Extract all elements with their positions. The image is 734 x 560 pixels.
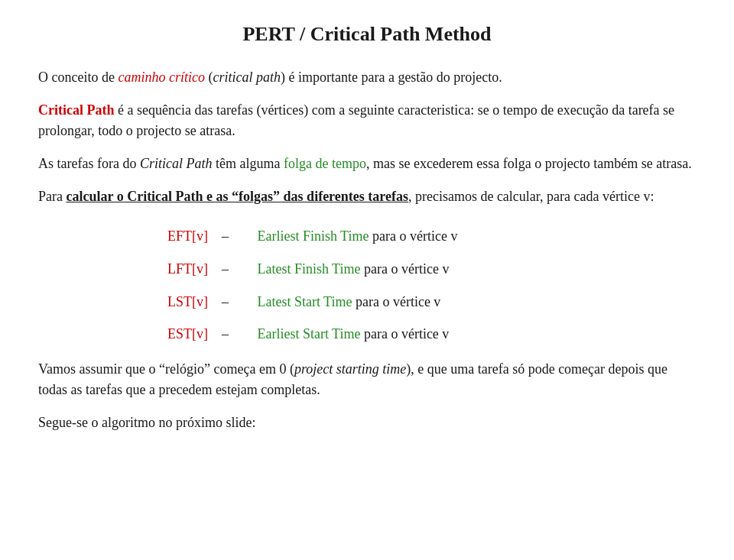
paragraph-2: Critical Path é a sequência das tarefas …	[38, 100, 696, 141]
term-plain-text: para o vértice v	[360, 326, 449, 342]
term-row: EST[v]–Earliest Start Time para o vértic…	[106, 319, 628, 350]
term-description: Earliest Finish Time para o vértice v	[251, 221, 628, 252]
paragraph-6: Segue-se o algoritmo no próximo slide:	[38, 413, 696, 433]
page-title: PERT / Critical Path Method	[38, 23, 696, 46]
term-colored-text: Earliest Start Time	[257, 326, 360, 342]
term-plain-text: para o vértice v	[369, 228, 457, 244]
p3-end: , mas se excederem essa folga o projecto…	[366, 156, 692, 171]
terms-table: EFT[v]–Earliest Finish Time para o vérti…	[104, 219, 630, 351]
p2-rest: é a sequência das tarefas (vértices) com…	[38, 102, 674, 138]
p3-start: As tarefas fora do	[38, 156, 140, 171]
paragraph-3: As tarefas fora do Critical Path têm alg…	[38, 154, 696, 174]
paragraph-1: O conceito de caminho crítico (critical …	[38, 67, 696, 88]
p4-start: Para	[38, 189, 66, 204]
term-colored-text: Latest Start Time	[257, 294, 352, 309]
term-description: Latest Start Time para o vértice v	[251, 286, 628, 318]
p1-paren-open: (	[205, 70, 213, 85]
term-label: EFT[v]	[106, 221, 214, 252]
paragraph-4: Para calcular o Critical Path e as “folg…	[38, 186, 696, 207]
p1-italic2: critical path	[213, 70, 281, 85]
term-plain-text: para o vértice v	[360, 261, 449, 277]
p3-mid: têm alguma	[212, 156, 283, 171]
term-dash: –	[216, 286, 249, 318]
term-row: LFT[v]–Latest Finish Time para o vértice…	[106, 254, 628, 285]
term-label: EST[v]	[106, 319, 214, 350]
paragraph-5: Vamos assumir que o “relógio” começa em …	[38, 359, 696, 400]
p5-start: Vamos assumir que o “relógio” começa em …	[38, 361, 294, 377]
term-dash: –	[216, 221, 249, 252]
p4-end: , precisamos de calcular, para cada vért…	[408, 189, 654, 204]
term-row: LST[v]–Latest Start Time para o vértice …	[106, 286, 628, 318]
term-dash: –	[216, 254, 249, 285]
p5-italic: project starting time	[294, 361, 406, 377]
term-description: Latest Finish Time para o vértice v	[251, 254, 628, 285]
term-colored-text: Earliest Finish Time	[257, 228, 369, 244]
term-dash: –	[216, 319, 249, 350]
term-row: EFT[v]–Earliest Finish Time para o vérti…	[106, 221, 628, 252]
p2-bold-red: Critical Path	[38, 102, 114, 118]
p6-text: Segue-se o algoritmo no próximo slide:	[38, 415, 255, 430]
term-description: Earliest Start Time para o vértice v	[251, 319, 628, 350]
p3-green: folga de tempo	[284, 156, 366, 171]
term-label: LFT[v]	[106, 254, 214, 285]
p1-italic-red: caminho crítico	[118, 70, 204, 85]
p1-end: ) é importante para a gestão do projecto…	[281, 70, 502, 85]
p3-italic: Critical Path	[140, 156, 213, 171]
term-plain-text: para o vértice v	[352, 294, 440, 309]
term-label: LST[v]	[106, 286, 214, 318]
p4-underline: calcular o Critical Path e as “folgas” d…	[66, 189, 408, 204]
term-colored-text: Latest Finish Time	[257, 261, 360, 277]
p1-text-start: O conceito de	[38, 70, 118, 85]
